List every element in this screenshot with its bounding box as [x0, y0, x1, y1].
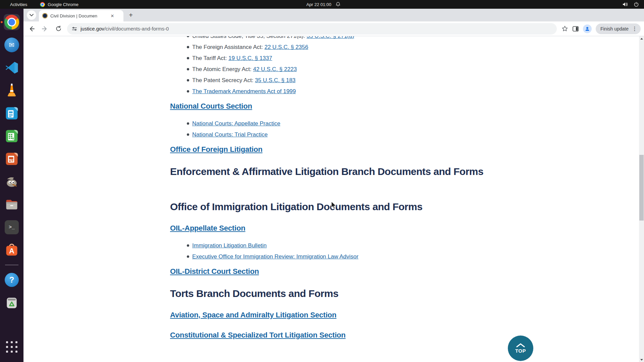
list-item-text: The Atomic Energy Act: — [192, 66, 253, 72]
bullet-icon — [187, 68, 189, 70]
list-item: The Atomic Energy Act: 42 U.S.C. § 2223 — [187, 66, 499, 73]
dock-item-libreoffice-impress[interactable] — [4, 151, 20, 167]
vertical-scrollbar[interactable] — [639, 36, 644, 362]
profile-avatar[interactable] — [583, 24, 592, 33]
content-link[interactable]: Immigration Litigation Bulletin — [192, 242, 267, 249]
list-item-text: The Patent Secrecy Act: — [192, 77, 255, 83]
thunderbird-icon: ✉ — [4, 38, 19, 52]
dock-item-ubuntu-software[interactable]: A — [4, 242, 20, 258]
side-panel-icon[interactable] — [572, 25, 579, 32]
bullet-icon — [187, 244, 189, 247]
site-info-icon[interactable] — [72, 26, 77, 32]
bullet-list: United States Code, Title 35, Section 27… — [170, 36, 499, 95]
gimp-icon — [4, 174, 19, 189]
back-to-top-label: TOP — [515, 348, 526, 354]
trash-icon — [4, 295, 19, 310]
clock-menu[interactable]: Apr 22 01:00 — [306, 0, 340, 9]
section-heading-link[interactable]: Aviation, Space and Admiralty Litigation… — [170, 311, 336, 319]
focused-app-menu[interactable]: Google Chrome — [40, 2, 78, 7]
list-item: The Tariff Act: 19 U.S.C. § 1337 — [187, 55, 499, 62]
scroll-down-arrow[interactable] — [639, 357, 644, 362]
bullet-icon — [187, 36, 189, 37]
forward-button[interactable] — [40, 23, 50, 34]
forward-arrow-icon — [42, 25, 48, 32]
activities-button[interactable]: Activities — [10, 2, 27, 7]
dock-item-chrome[interactable] — [4, 14, 20, 30]
system-top-bar: Activities Google Chrome Apr 22 01:00 — [0, 0, 644, 9]
power-icon — [634, 2, 639, 7]
document-content: United States Code, Title 35, Section 27… — [170, 36, 499, 340]
bullet-icon — [187, 57, 189, 59]
back-to-top-button[interactable]: TOP — [508, 336, 533, 361]
section-heading: Constitutional & Specialized Tort Litiga… — [170, 330, 499, 340]
bullet-list: Immigration Litigation BulletinExecutive… — [170, 242, 499, 260]
bookmark-star-icon[interactable] — [561, 25, 568, 32]
terminal-icon: >_ — [5, 220, 19, 234]
dock-item-help[interactable]: ? — [4, 272, 20, 288]
browser-tab[interactable]: Civil Division | Documen ✕ — [39, 10, 123, 21]
volume-icon — [623, 2, 628, 7]
toolbar-right-controls: Finish update ⋮ — [557, 23, 644, 34]
dock-item-libreoffice-writer[interactable] — [4, 105, 20, 121]
scroll-up-arrow[interactable] — [639, 36, 644, 41]
list-item: National Courts: Appellate Practice — [187, 120, 499, 127]
url-host: justice.gov — [80, 26, 104, 32]
section-heading-link[interactable]: OIL-District Court Section — [170, 267, 259, 276]
content-link[interactable]: 35 U.S.C. § 183 — [255, 77, 296, 83]
section-heading-link[interactable]: National Courts Section — [170, 102, 252, 110]
clock-label: Apr 22 01:00 — [306, 2, 331, 7]
tab-strip: Civil Division | Documen ✕ + — [23, 9, 644, 21]
new-tab-button[interactable]: + — [126, 10, 136, 20]
section-heading-link[interactable]: OIL-Appellate Section — [170, 224, 245, 232]
app-grid-button[interactable] — [4, 341, 20, 357]
dock-item-gimp[interactable] — [4, 174, 20, 190]
dock-item-libreoffice-calc[interactable] — [4, 128, 20, 144]
dock-item-vscode[interactable] — [4, 60, 20, 76]
ubuntu-software-icon: A — [4, 243, 19, 257]
dock-item-trash[interactable] — [4, 295, 20, 311]
list-item-text: The Foreign Assistance Act: — [192, 44, 264, 50]
reload-button[interactable] — [53, 23, 64, 34]
tab-title: Civil Division | Documen — [50, 13, 107, 18]
list-item: The Foreign Assistance Act: 22 U.S.C. § … — [187, 44, 499, 51]
chrome-logo-icon — [40, 2, 45, 7]
content-link[interactable]: National Courts: Trial Practice — [192, 131, 268, 138]
list-item-text: The Tariff Act: — [192, 55, 228, 61]
system-status-menu[interactable] — [623, 0, 639, 9]
content-link[interactable]: The Trademark Amendments Act of 1999 — [192, 88, 296, 95]
dock-item-files[interactable] — [4, 196, 20, 213]
section-heading: OIL-District Court Section — [170, 267, 499, 277]
vscode-icon — [4, 60, 19, 75]
svg-text:A: A — [9, 247, 14, 255]
back-arrow-icon — [28, 25, 35, 32]
content-link[interactable]: 42 U.S.C. § 2223 — [253, 66, 297, 72]
dock-item-thunderbird[interactable]: ✉ — [4, 37, 20, 53]
person-icon — [585, 26, 590, 32]
list-item: Executive Office for Immigration Review:… — [187, 253, 499, 260]
notification-bell-icon — [336, 2, 340, 7]
list-item-text: United States Code, Title 35, Section 27… — [192, 36, 307, 39]
section-heading: Office of Foreign Litigation — [170, 145, 499, 155]
tab-close-icon[interactable]: ✕ — [109, 13, 115, 19]
dock-item-vlc[interactable] — [4, 82, 20, 99]
content-link[interactable]: 22 U.S.C. § 2356 — [264, 44, 308, 50]
content-link[interactable]: Executive Office for Immigration Review:… — [192, 253, 359, 260]
content-link[interactable]: 19 U.S.C. § 1337 — [228, 55, 272, 61]
section-heading-link[interactable]: Constitutional & Specialized Tort Litiga… — [170, 331, 345, 339]
content-link[interactable]: 35 U.S.C. § 271(a) — [307, 36, 354, 39]
tab-search-button[interactable] — [27, 10, 36, 20]
scrollbar-thumb[interactable] — [639, 155, 644, 221]
chevron-up-icon — [516, 343, 525, 347]
section-heading-link[interactable]: Office of Foreign Litigation — [170, 145, 263, 154]
back-button[interactable] — [26, 23, 37, 34]
libreoffice-calc-icon — [4, 129, 19, 143]
browser-menu-icon[interactable]: ⋮ — [632, 26, 637, 32]
content-link[interactable]: National Courts: Appellate Practice — [192, 120, 280, 127]
dock: ✉ >_ A ? — [0, 9, 23, 362]
finish-update-label: Finish update — [600, 26, 629, 32]
bullet-icon — [187, 90, 189, 93]
address-bar[interactable]: justice.gov/civil/documents-and-forms-0 — [67, 23, 557, 35]
bullet-icon — [187, 133, 189, 136]
finish-update-button[interactable]: Finish update ⋮ — [596, 23, 641, 34]
dock-item-terminal[interactable]: >_ — [4, 219, 20, 235]
